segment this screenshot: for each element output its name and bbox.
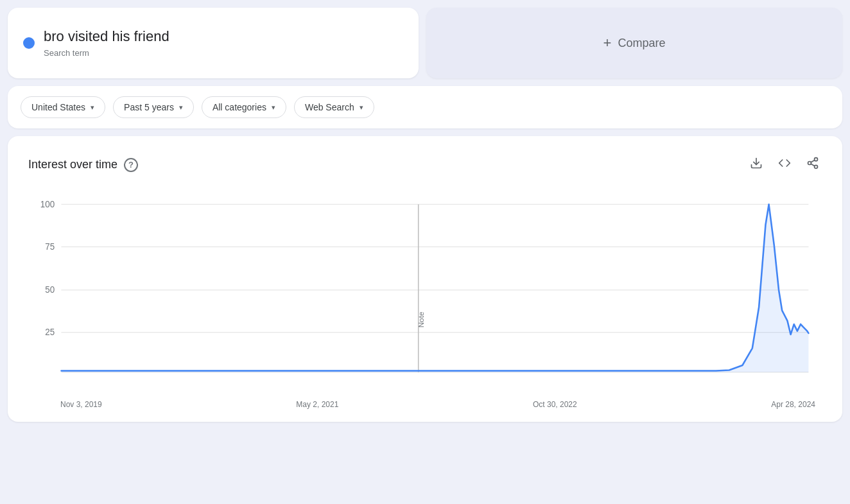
search-term-text: bro visited his friend Search term [44, 28, 169, 57]
x-labels: Nov 3, 2019 May 2, 2021 Oct 30, 2022 Apr… [28, 396, 822, 409]
svg-text:50: 50 [45, 285, 55, 295]
compare-card[interactable]: + Compare [426, 8, 842, 78]
x-label-2: Oct 30, 2022 [533, 400, 577, 409]
svg-text:25: 25 [45, 327, 55, 337]
chart-area: 100 75 50 25 Note [28, 191, 822, 396]
svg-marker-17 [62, 204, 809, 372]
filter-row: United States ▾ Past 5 years ▾ All categ… [8, 86, 842, 128]
chart-title-group: Interest over time ? [28, 158, 138, 172]
category-chevron-icon: ▾ [272, 103, 275, 112]
location-chevron-icon: ▾ [91, 103, 94, 112]
chart-title: Interest over time [28, 158, 117, 171]
chart-header: Interest over time ? [28, 154, 822, 175]
x-label-1: May 2, 2021 [296, 400, 338, 409]
download-button[interactable] [747, 154, 765, 175]
embed-button[interactable] [776, 154, 794, 175]
svg-text:100: 100 [40, 199, 55, 209]
svg-line-5 [811, 160, 815, 162]
search-type-filter-label: Web Search [305, 102, 354, 112]
location-filter-label: United States [31, 102, 85, 112]
compare-plus-icon: + [603, 35, 612, 51]
svg-text:75: 75 [45, 242, 55, 252]
search-main-label: bro visited his friend [44, 28, 169, 45]
location-filter[interactable]: United States ▾ [21, 96, 105, 118]
time-chevron-icon: ▾ [179, 103, 183, 112]
search-term-dot [23, 37, 35, 49]
share-button[interactable] [804, 154, 822, 175]
category-filter-label: All categories [212, 102, 266, 112]
x-label-3: Apr 28, 2024 [771, 400, 815, 409]
time-filter-label: Past 5 years [124, 102, 174, 112]
x-label-0: Nov 3, 2019 [60, 400, 102, 409]
svg-text:Note: Note [417, 312, 425, 328]
chart-svg: 100 75 50 25 Note [28, 191, 822, 396]
chart-actions [747, 154, 822, 175]
chart-card: Interest over time ? [8, 136, 842, 422]
svg-line-4 [811, 164, 815, 166]
search-term-card: bro visited his friend Search term [8, 8, 419, 78]
search-sub-label: Search term [44, 48, 169, 58]
compare-label: Compare [618, 37, 665, 50]
search-type-filter[interactable]: Web Search ▾ [294, 96, 374, 118]
time-filter[interactable]: Past 5 years ▾ [113, 96, 194, 118]
help-icon[interactable]: ? [124, 158, 138, 172]
search-type-chevron-icon: ▾ [360, 103, 363, 112]
category-filter[interactable]: All categories ▾ [202, 96, 286, 118]
